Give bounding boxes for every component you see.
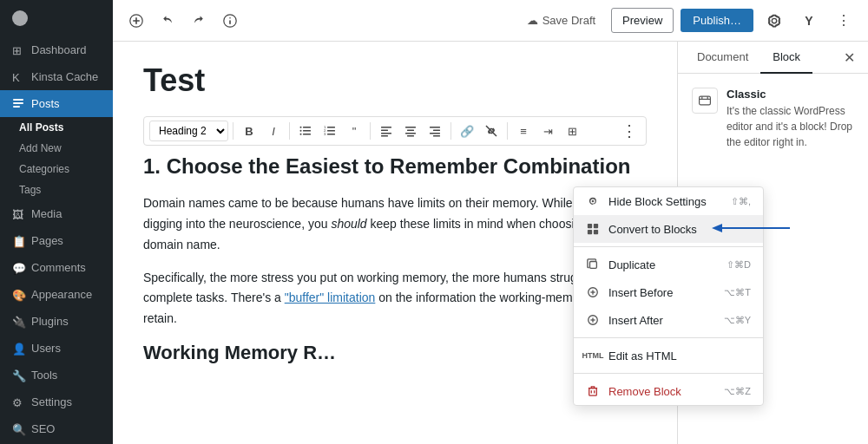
indent-button[interactable]: ⇥ — [536, 120, 559, 142]
svg-rect-28 — [407, 135, 414, 137]
block-toolbar: Heading 2 Paragraph Heading 1 Heading 3 … — [143, 116, 647, 146]
insert-before-label: Insert Before — [608, 286, 673, 299]
menu-item-edit-as-html[interactable]: HTML Edit as HTML — [574, 342, 763, 369]
topbar-left-icons — [123, 8, 243, 34]
classic-block-text: Classic It's the classic WordPress edito… — [727, 88, 854, 150]
svg-rect-1 — [13, 102, 23, 104]
sidebar: ⊞ Dashboard K Kinsta Cache Posts All Pos… — [0, 0, 113, 444]
svg-rect-41 — [594, 230, 598, 234]
svg-rect-49 — [589, 388, 597, 396]
sidebar-item-pages[interactable]: 📋 Pages — [0, 227, 113, 254]
sidebar-item-kinsta[interactable]: K Kinsta Cache — [0, 63, 113, 90]
svg-rect-29 — [430, 127, 440, 128]
hide-settings-icon — [586, 194, 600, 208]
toolbar-more-button[interactable]: ⋮ — [618, 120, 641, 142]
svg-point-12 — [300, 127, 302, 128]
insert-after-label: Insert After — [608, 314, 663, 327]
info-button[interactable] — [217, 8, 243, 34]
sidebar-sub-all-posts[interactable]: All Posts — [0, 117, 113, 138]
pages-icon: 📋 — [12, 235, 24, 247]
svg-rect-7 — [229, 20, 231, 24]
svg-rect-42 — [590, 262, 597, 269]
sidebar-item-posts[interactable]: Posts — [0, 90, 113, 117]
preview-button[interactable]: Preview — [611, 8, 674, 33]
panel-close-button[interactable]: ✕ — [837, 45, 861, 69]
menu-item-duplicate[interactable]: Duplicate ⇧⌘D — [574, 251, 763, 278]
menu-item-remove-block[interactable]: Remove Block ⌥⌘Z — [574, 377, 763, 405]
body-paragraph-2[interactable]: Specifically, the more stress you put on… — [143, 268, 647, 330]
menu-divider-2 — [574, 337, 763, 338]
svg-rect-32 — [433, 135, 440, 137]
hide-settings-shortcut: ⇧⌘, — [731, 196, 751, 207]
svg-rect-15 — [327, 127, 335, 128]
posts-icon — [12, 98, 24, 110]
seo-icon: 🔍 — [12, 423, 24, 435]
sidebar-item-appearance[interactable]: 🎨 Appearance — [0, 281, 113, 308]
tab-block[interactable]: Block — [760, 42, 812, 74]
sidebar-item-comments[interactable]: 💬 Comments — [0, 254, 113, 281]
align-left-button[interactable] — [375, 120, 398, 142]
toolbar-separator-4 — [450, 122, 451, 140]
menu-divider-1 — [574, 246, 763, 247]
topbar: ☁ Save Draft Preview Publish… Y ⋮ — [113, 0, 868, 42]
table-button[interactable]: ⊞ — [561, 120, 583, 142]
align-center-button[interactable] — [399, 120, 422, 142]
svg-rect-10 — [303, 130, 311, 132]
svg-rect-17 — [327, 134, 335, 135]
undo-button[interactable] — [155, 8, 181, 34]
publish-button[interactable]: Publish… — [681, 9, 753, 32]
save-draft-button[interactable]: ☁ Save Draft — [518, 9, 604, 32]
svg-rect-34 — [700, 96, 711, 105]
panel-tabs: Document Block ✕ — [678, 42, 868, 74]
link-button[interactable]: 🔗 — [456, 120, 478, 142]
block-heading[interactable]: 1. Choose the Easiest to Remember Combin… — [143, 153, 647, 180]
buffer-link[interactable]: "buffer" limitation — [285, 291, 376, 304]
svg-rect-38 — [588, 224, 592, 228]
settings-button[interactable] — [760, 7, 788, 35]
svg-rect-26 — [407, 130, 414, 132]
svg-rect-40 — [588, 230, 592, 234]
menu-item-hide-block-settings[interactable]: Hide Block Settings ⇧⌘, — [574, 187, 763, 215]
save-draft-cloud-icon: ☁ — [527, 14, 538, 27]
users-icon: 👤 — [12, 343, 24, 355]
unordered-list-button[interactable] — [294, 120, 317, 142]
menu-divider-3 — [574, 373, 763, 374]
sidebar-sub-tags[interactable]: Tags — [0, 180, 113, 200]
post-title[interactable]: Test — [143, 62, 647, 99]
sidebar-item-media[interactable]: 🖼 Media — [0, 200, 113, 227]
sidebar-item-dashboard[interactable]: ⊞ Dashboard — [0, 36, 113, 63]
svg-rect-39 — [594, 224, 598, 228]
menu-item-insert-before[interactable]: Insert Before ⌥⌘T — [574, 278, 763, 306]
redo-button[interactable] — [186, 8, 212, 34]
hide-block-settings-label: Hide Block Settings — [608, 195, 707, 208]
bold-button[interactable]: B — [238, 120, 260, 142]
insert-after-shortcut: ⌥⌘Y — [724, 315, 751, 326]
svg-text:3.: 3. — [324, 132, 326, 136]
italic-button[interactable]: I — [262, 120, 285, 142]
classic-block-icon — [692, 88, 718, 114]
sidebar-sub-add-new[interactable]: Add New — [0, 138, 113, 159]
unlink-button[interactable] — [480, 120, 503, 142]
sidebar-item-tools[interactable]: 🔧 Tools — [0, 362, 113, 388]
justify-button[interactable]: ≡ — [512, 120, 535, 142]
plugin-button[interactable]: Y — [795, 7, 823, 35]
quote-button[interactable]: " — [343, 120, 365, 142]
sidebar-item-settings[interactable]: ⚙ Settings — [0, 388, 113, 415]
menu-item-insert-after[interactable]: Insert After ⌥⌘Y — [574, 306, 763, 334]
tab-document[interactable]: Document — [685, 42, 760, 74]
add-block-button[interactable] — [123, 8, 149, 34]
align-right-button[interactable] — [424, 120, 446, 142]
more-options-button[interactable]: ⋮ — [830, 7, 858, 35]
more-dots-icon: ⋮ — [837, 12, 851, 29]
settings-icon: ⚙ — [12, 396, 24, 408]
body-paragraph-1[interactable]: Domain names came to be because humans h… — [143, 193, 647, 255]
kinsta-icon: K — [12, 71, 24, 83]
sidebar-item-seo[interactable]: 🔍 SEO — [0, 415, 113, 442]
wp-logo-icon — [12, 10, 28, 26]
sidebar-item-users[interactable]: 👤 Users — [0, 335, 113, 362]
ordered-list-button[interactable]: 1.2.3. — [319, 120, 341, 142]
sidebar-item-plugins[interactable]: 🔌 Plugins — [0, 308, 113, 335]
dashboard-icon: ⊞ — [12, 44, 24, 56]
sidebar-sub-categories[interactable]: Categories — [0, 159, 113, 180]
heading-select[interactable]: Heading 2 Paragraph Heading 1 Heading 3 — [149, 121, 228, 141]
